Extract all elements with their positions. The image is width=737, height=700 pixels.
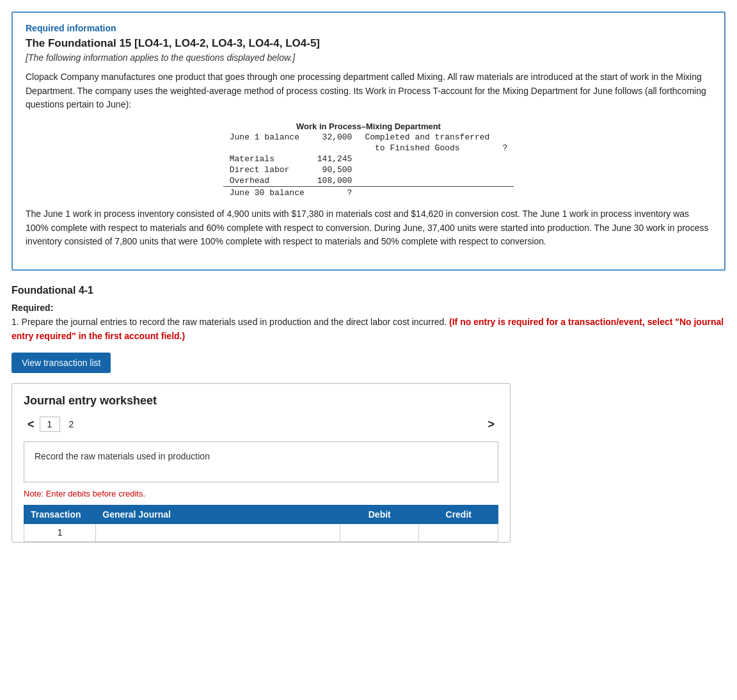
taccount-left-val-3: 90,500 xyxy=(311,164,359,175)
nav-right-arrow[interactable]: > xyxy=(484,417,498,433)
record-description-text: Record the raw materials used in product… xyxy=(35,451,210,461)
body-text-2: The June 1 work in process inventory con… xyxy=(26,207,711,249)
taccount-right-empty-val-4 xyxy=(496,187,514,199)
required-label: Required: xyxy=(12,303,725,313)
table-header-row: Transaction General Journal Debit Credit xyxy=(24,505,498,523)
taccount-right-empty-2 xyxy=(358,164,496,175)
table-row: Materials 141,245 xyxy=(223,154,514,164)
general-journal-input-1[interactable] xyxy=(102,527,333,537)
taccount-right-empty-1 xyxy=(358,154,496,164)
note-text: Note: Enter debits before credits. xyxy=(24,489,498,498)
credit-cell-1[interactable] xyxy=(419,523,498,541)
nav-left-arrow[interactable]: < xyxy=(24,417,38,433)
taccount-left-val-1: 32,000 xyxy=(311,132,359,143)
taccount-right-empty-val-2 xyxy=(496,164,514,175)
taccount-left-label-blank xyxy=(223,143,311,154)
table-row: Overhead 108,000 xyxy=(223,175,514,187)
journal-worksheet-box: Journal entry worksheet < 1 2 > Record t… xyxy=(12,383,511,543)
table-row: Direct labor 90,500 xyxy=(223,164,514,175)
nav-row: < 1 2 > xyxy=(24,417,498,433)
debit-cell-1[interactable] xyxy=(340,523,419,541)
required-info-label: Required information xyxy=(26,23,711,33)
journal-worksheet-title: Journal entry worksheet xyxy=(24,394,498,408)
taccount-left-label-5: June 30 balance xyxy=(223,187,311,199)
transaction-cell-1: 1 xyxy=(24,523,96,541)
instruction-normal: 1. Prepare the journal entries to record… xyxy=(12,317,447,327)
th-transaction: Transaction xyxy=(24,505,96,523)
taccount-left-label-3: Direct labor xyxy=(223,164,311,175)
credit-input-1[interactable] xyxy=(425,527,491,537)
section-title: Foundational 4-1 xyxy=(12,285,725,296)
debit-input-1[interactable] xyxy=(347,527,413,537)
taccount-left-val-2: 141,245 xyxy=(311,154,359,164)
table-row: to Finished Goods ? xyxy=(223,143,514,154)
record-description-box: Record the raw materials used in product… xyxy=(24,441,498,482)
nav-page-inactive[interactable]: 2 xyxy=(63,417,81,431)
instruction-text: 1. Prepare the journal entries to record… xyxy=(12,315,725,343)
taccount-header: Work in Process–Mixing Department xyxy=(223,121,514,132)
taccount-right-empty-val-3 xyxy=(496,175,514,187)
table-row: June 30 balance ? xyxy=(223,187,514,199)
taccount-table: Work in Process–Mixing Department June 1… xyxy=(223,121,514,198)
table-row: 1 xyxy=(24,523,498,541)
th-credit: Credit xyxy=(419,505,498,523)
subtitle: [The following information applies to th… xyxy=(26,52,711,63)
nav-page-active[interactable]: 1 xyxy=(40,417,60,432)
body-text-1: Clopack Company manufactures one product… xyxy=(26,70,711,112)
taccount-right-val-1 xyxy=(496,132,514,143)
taccount-right-label-1: Completed and transferred xyxy=(358,132,496,143)
taccount-left-val-blank xyxy=(311,143,359,154)
journal-table: Transaction General Journal Debit Credit… xyxy=(24,505,498,542)
taccount-right-empty-val-1 xyxy=(496,154,514,164)
main-title: The Foundational 15 [LO4-1, LO4-2, LO4-3… xyxy=(26,37,711,50)
taccount-wrapper: Work in Process–Mixing Department June 1… xyxy=(26,121,711,198)
taccount-left-label-1: June 1 balance xyxy=(223,132,311,143)
general-journal-cell-1[interactable] xyxy=(96,523,340,541)
th-debit: Debit xyxy=(340,505,419,523)
taccount-right-empty-4 xyxy=(358,187,496,199)
taccount-right-label-2: to Finished Goods xyxy=(358,143,496,154)
taccount-left-val-4: 108,000 xyxy=(311,175,359,187)
taccount-left-label-4: Overhead xyxy=(223,175,311,187)
info-box: Required information The Foundational 15… xyxy=(12,12,725,271)
taccount-left-label-2: Materials xyxy=(223,154,311,164)
taccount-left-val-5: ? xyxy=(311,187,359,199)
view-transaction-button[interactable]: View transaction list xyxy=(12,353,111,373)
taccount-right-empty-3 xyxy=(358,175,496,187)
th-general-journal: General Journal xyxy=(96,505,340,523)
taccount-right-val-2: ? xyxy=(496,143,514,154)
table-row: June 1 balance 32,000 Completed and tran… xyxy=(223,132,514,143)
